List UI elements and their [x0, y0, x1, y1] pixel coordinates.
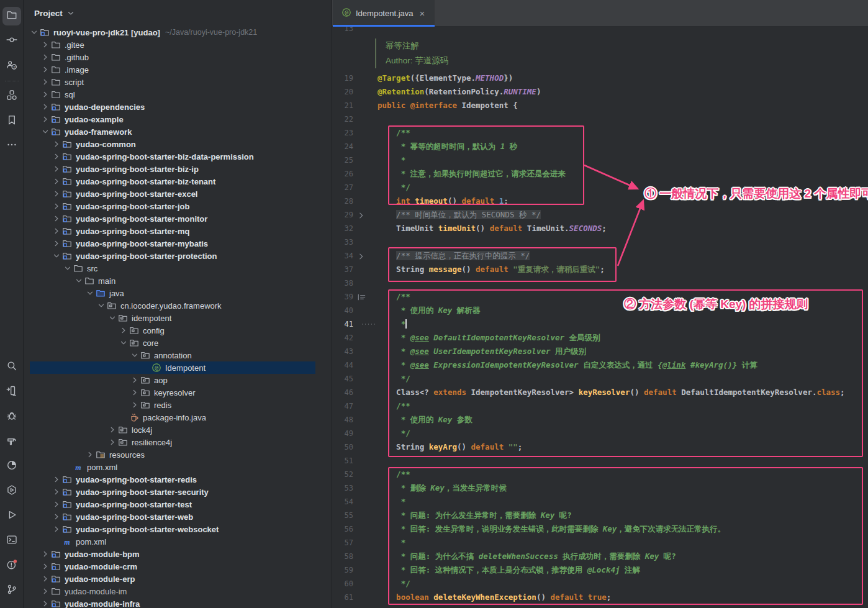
chevron-right-icon[interactable] [107, 437, 118, 447]
chevron-right-icon[interactable] [40, 65, 51, 75]
tree-item-annotation[interactable]: annotation [24, 349, 332, 361]
tree-item-yudao-example[interactable]: yudao-example [24, 113, 332, 125]
version-control-tool-button[interactable] [2, 581, 21, 600]
chevron-right-icon[interactable] [51, 139, 62, 149]
tree-item-src[interactable]: src [24, 262, 332, 275]
tree-item-yudao-spring-boot-starter-biz-tenant[interactable]: yudao-spring-boot-starter-biz-tenant [24, 175, 332, 188]
chevron-right-icon[interactable] [84, 450, 96, 460]
chevron-right-icon[interactable] [51, 152, 62, 161]
chevron-down-icon[interactable] [29, 27, 40, 37]
chevron-right-icon[interactable] [40, 114, 51, 124]
tree-item-yudao-spring-boot-starter-job[interactable]: yudao-spring-boot-starter-job [24, 200, 332, 212]
tree-item-ruoyi-vue-pro-jdk21-yudao[interactable]: ruoyi-vue-pro-jdk21 [yudao]~/Java/ruoyi-… [24, 26, 332, 39]
tree-item-redis[interactable]: redis [24, 399, 332, 411]
chevron-right-icon[interactable] [118, 325, 129, 335]
structure-tool-button[interactable] [2, 87, 21, 106]
commit-tool-button[interactable] [2, 32, 21, 50]
tree-item-yudao-common[interactable]: yudao-common [24, 138, 332, 150]
tree-item-yudao-spring-boot-starter-security[interactable]: yudao-spring-boot-starter-security [24, 486, 332, 498]
toggle-rendered-doc-icon[interactable] [357, 292, 367, 302]
tree-item-yudao-module-im[interactable]: yudao-module-im [24, 585, 332, 597]
tree-item-idempotent[interactable]: @Idempotent [24, 361, 332, 374]
fold-region-icon[interactable] [357, 210, 367, 220]
chevron-right-icon[interactable] [40, 77, 51, 87]
tree-item-yudao-spring-boot-starter-test[interactable]: yudao-spring-boot-starter-test [24, 498, 332, 510]
chevron-right-icon[interactable] [40, 586, 51, 596]
tree-item-package-info-java[interactable]: package-info.java [24, 411, 332, 424]
chevron-right-icon[interactable] [51, 512, 62, 522]
tree-item-yudao-spring-boot-starter-biz-data-permission[interactable]: yudao-spring-boot-starter-biz-data-permi… [24, 150, 332, 163]
tree-item-yudao-spring-boot-starter-monitor[interactable]: yudao-spring-boot-starter-monitor [24, 212, 332, 225]
tree-item-yudao-module-infra[interactable]: yudao-module-infra [24, 597, 332, 608]
tree-item-keyresolver[interactable]: keyresolver [24, 386, 332, 399]
chevron-right-icon[interactable] [129, 400, 140, 410]
chevron-right-icon[interactable] [40, 574, 51, 584]
chevron-right-icon[interactable] [51, 524, 62, 534]
tree-item-yudao-spring-boot-starter-mq[interactable]: yudao-spring-boot-starter-mq [24, 225, 332, 237]
chevron-right-icon[interactable] [51, 226, 62, 236]
fold-region-icon[interactable] [357, 251, 367, 261]
tab-idempotent-java[interactable]: @ Idempotent.java × [333, 0, 435, 27]
chevron-down-icon[interactable] [66, 9, 75, 17]
tree-item-script[interactable]: script [24, 76, 332, 88]
tree-item-sql[interactable]: sql [24, 88, 332, 101]
chevron-right-icon[interactable] [40, 549, 51, 559]
more-tool-windows-tool-button[interactable] [2, 137, 21, 155]
chevron-right-icon[interactable] [51, 176, 62, 186]
chevron-down-icon[interactable] [40, 127, 51, 137]
tree-item-config[interactable]: config [24, 324, 332, 337]
chevron-right-icon[interactable] [40, 52, 51, 62]
tree-item-gitee[interactable]: .gitee [24, 39, 332, 51]
bookmarks-tool-button[interactable] [2, 112, 21, 130]
profiler-tool-button[interactable] [2, 457, 21, 476]
services-tool-button[interactable] [2, 482, 21, 501]
search-tool-button[interactable] [2, 358, 21, 376]
code-line-21[interactable]: 21public @interface Idempotent { [332, 99, 868, 112]
tree-item-main[interactable]: main [24, 275, 332, 287]
chevron-right-icon[interactable] [40, 599, 51, 608]
chevron-down-icon[interactable] [62, 263, 73, 273]
move-to-tool-button[interactable] [2, 383, 21, 401]
chevron-right-icon[interactable] [51, 164, 62, 174]
problems-tool-button[interactable] [2, 556, 21, 575]
tree-item-java[interactable]: java [24, 287, 332, 299]
code-line-20[interactable]: 20@Retention(RetentionPolicy.RUNTIME) [332, 85, 868, 99]
chevron-right-icon[interactable] [51, 474, 62, 484]
tree-item-cn-iocoder-yudao-framework[interactable]: cn.iocoder.yudao.framework [24, 299, 332, 312]
chevron-right-icon[interactable] [51, 499, 62, 509]
tree-item-github[interactable]: .github [24, 51, 332, 63]
chevron-right-icon[interactable] [51, 214, 62, 224]
chevron-down-icon[interactable] [84, 288, 96, 298]
terminal-tool-button[interactable] [2, 532, 21, 550]
chevron-down-icon[interactable] [129, 350, 140, 360]
chevron-right-icon[interactable] [51, 189, 62, 199]
chevron-right-icon[interactable] [51, 201, 62, 211]
tree-item-idempotent[interactable]: idempotent [24, 312, 332, 324]
chevron-right-icon[interactable] [51, 487, 62, 497]
code-line-19[interactable]: 19@Target({ElementType.METHOD}) [332, 71, 868, 85]
run-tool-button[interactable] [2, 507, 21, 525]
code-area[interactable]: 13幂等注解Author: 芋道源码19@Target({ElementType… [332, 27, 868, 608]
chevron-down-icon[interactable] [73, 276, 84, 286]
tree-item-yudao-framework[interactable]: yudao-framework [24, 125, 332, 138]
tree-item-yudao-spring-boot-starter-web[interactable]: yudao-spring-boot-starter-web [24, 510, 332, 523]
chevron-right-icon[interactable] [129, 375, 140, 385]
chevron-down-icon[interactable] [107, 313, 118, 323]
tree-item-core[interactable]: core [24, 337, 332, 349]
tree-item-yudao-spring-boot-starter-mybatis[interactable]: yudao-spring-boot-starter-mybatis [24, 237, 332, 250]
code-line-29[interactable]: 29 /** 时间单位，默认为 SECONDS 秒 */ [332, 208, 868, 222]
chevron-down-icon[interactable] [118, 338, 129, 348]
tree-item-yudao-spring-boot-starter-biz-ip[interactable]: yudao-spring-boot-starter-biz-ip [24, 163, 332, 175]
tree-item-resources[interactable]: resources [24, 448, 332, 461]
code-line-22[interactable]: 22 [332, 112, 868, 126]
chevron-right-icon[interactable] [40, 89, 51, 99]
debug-tool-button[interactable] [2, 407, 21, 426]
tree-item-lock4j[interactable]: lock4j [24, 424, 332, 436]
chevron-down-icon[interactable] [96, 301, 107, 311]
project-folder-tool-button[interactable] [2, 7, 21, 25]
tree-item-aop[interactable]: aop [24, 374, 332, 386]
code-line-13[interactable]: 13 [332, 27, 868, 35]
build-tool-button[interactable] [2, 432, 21, 451]
chevron-right-icon[interactable] [40, 102, 51, 112]
chevron-right-icon[interactable] [40, 40, 51, 50]
